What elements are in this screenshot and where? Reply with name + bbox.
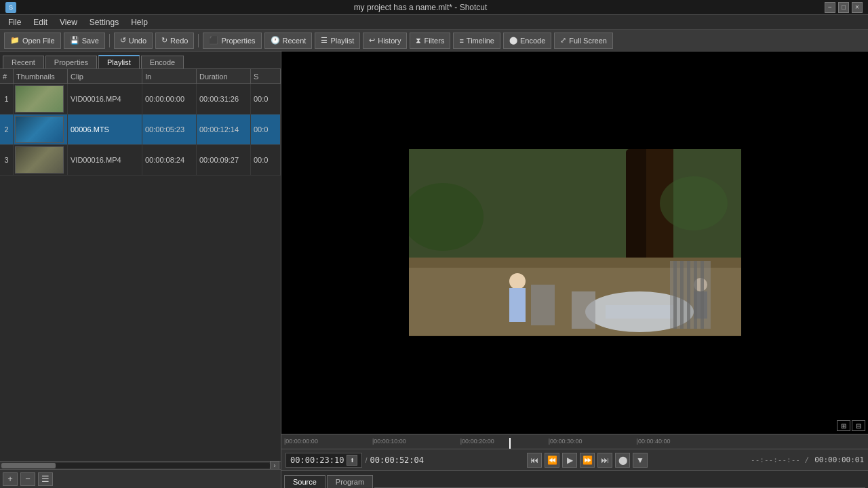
- row3-dur: 00:00:09:27: [197, 145, 251, 175]
- left-panel: Recent Properties Playlist Encode # Thum…: [0, 52, 281, 488]
- right-panel: ⊞ ⊟ |00:00:00:00 |00:00:10:00 |00:00:20:…: [281, 52, 868, 488]
- col-num: #: [0, 69, 14, 83]
- svg-rect-21: [701, 261, 704, 329]
- menu-file[interactable]: File: [3, 16, 26, 28]
- tab-playlist[interactable]: Playlist: [98, 55, 140, 68]
- row3-num: 3: [0, 145, 14, 175]
- transport-bar: 00:00:23:10 ⬆ / 00:00:52:04 ⏮ ⏪ ▶ ⏩ ⏭ ⬤ …: [281, 449, 868, 470]
- row1-in: 00:00:00:00: [142, 84, 197, 114]
- go-to-end-button[interactable]: ⏭: [597, 453, 612, 468]
- tab-recent[interactable]: Recent: [3, 56, 44, 68]
- video-settings-button[interactable]: ⊟: [852, 420, 865, 431]
- video-preview: [409, 149, 741, 336]
- row2-dur: 00:00:12:14: [197, 115, 251, 144]
- save-icon: 💾: [70, 36, 79, 45]
- next-frame-button[interactable]: ⏩: [580, 453, 595, 468]
- video-container: ⊞ ⊟: [281, 52, 868, 434]
- ruler-marks: |00:00:00:00 |00:00:10:00 |00:00:20:00 |…: [284, 438, 865, 446]
- tab-program[interactable]: Program: [327, 475, 373, 488]
- filter-icon: ⧗: [416, 36, 421, 45]
- filters-button[interactable]: ⧗ Filters: [410, 33, 450, 49]
- row3-clip: VID00016.MP4: [68, 145, 142, 175]
- prev-frame-button[interactable]: ⏪: [545, 453, 559, 468]
- row2-thumb: [14, 115, 68, 144]
- row2-clip: 00006.MTS: [68, 115, 142, 144]
- preview-area: ⊞ ⊟ |00:00:00:00 |00:00:10:00 |00:00:20:…: [281, 52, 868, 488]
- transport-menu-button[interactable]: ▼: [633, 453, 648, 468]
- playlist-scroll-track[interactable]: [1, 463, 270, 468]
- tab-properties[interactable]: Properties: [45, 56, 97, 68]
- fullscreen-button[interactable]: ⤢ Full Screen: [554, 33, 613, 49]
- close-button[interactable]: ×: [852, 2, 863, 13]
- app-icon: S: [5, 2, 16, 13]
- row1-clip: VID00016.MP4: [68, 84, 142, 114]
- svg-rect-17: [673, 261, 677, 329]
- current-time-display[interactable]: 00:00:23:10 ⬆: [285, 453, 362, 468]
- svg-point-10: [509, 273, 526, 289]
- ruler-mark-4: |00:00:40:00: [637, 438, 671, 445]
- history-icon: ↩: [369, 36, 375, 45]
- properties-icon: ⬛: [209, 36, 218, 45]
- out-point-display: 00:00:00:01: [814, 455, 864, 464]
- col-clip: Clip: [68, 69, 142, 83]
- playlist-row-3[interactable]: 3 VID00016.MP4 00:00:08:24 00:00:09:27 0…: [0, 145, 281, 176]
- fullscreen-icon: ⤢: [560, 36, 566, 45]
- redo-button[interactable]: ↻ Redo: [155, 33, 194, 49]
- preview-timeline-ruler[interactable]: |00:00:00:00 |00:00:10:00 |00:00:20:00 |…: [281, 434, 868, 449]
- playlist-row-1[interactable]: 1 VID00016.MP4 00:00:00:00 00:00:31:26 0…: [0, 84, 281, 115]
- encode-icon: ⬤: [509, 36, 517, 45]
- row1-s: 00:0: [251, 84, 281, 114]
- svg-rect-9: [572, 291, 595, 329]
- history-button[interactable]: ↩ History: [363, 33, 407, 49]
- ruler-mark-3: |00:00:30:00: [549, 438, 583, 445]
- save-button[interactable]: 💾 Save: [64, 33, 105, 49]
- undo-button[interactable]: ↺ Undo: [114, 33, 153, 49]
- menu-settings[interactable]: Settings: [84, 16, 124, 28]
- playlist-menu-button[interactable]: ☰: [38, 472, 53, 486]
- go-to-start-button[interactable]: ⏮: [527, 453, 542, 468]
- row2-s: 00:0: [251, 115, 281, 144]
- playlist-scroll-thumb[interactable]: [1, 463, 56, 468]
- current-time: 00:00:23:10: [290, 455, 344, 465]
- tab-encode[interactable]: Encode: [141, 56, 184, 68]
- menu-help[interactable]: Help: [125, 16, 153, 28]
- svg-rect-18: [680, 261, 684, 329]
- source-program-tabs: Source Program: [281, 470, 868, 488]
- playlist-scrollbar[interactable]: ›: [0, 461, 281, 469]
- open-file-button[interactable]: 📁 Open File: [4, 33, 61, 49]
- playlist-tabs: Recent Properties Playlist Encode: [0, 52, 281, 69]
- window-title: my project has a name.mlt* - Shotcut: [16, 3, 825, 12]
- timeline-button[interactable]: ≡ Timeline: [453, 33, 500, 49]
- row1-dur: 00:00:31:26: [197, 84, 251, 114]
- menu-view[interactable]: View: [54, 16, 83, 28]
- svg-rect-8: [531, 285, 555, 325]
- total-time: 00:00:52:04: [370, 455, 424, 465]
- time-spinner[interactable]: ⬆: [347, 455, 357, 466]
- time-separator: /: [365, 456, 367, 464]
- restore-button[interactable]: □: [838, 2, 849, 13]
- playlist-rows: 1 VID00016.MP4 00:00:00:00 00:00:31:26 0…: [0, 84, 281, 461]
- clock-icon: 🕐: [271, 36, 280, 45]
- menubar: File Edit View Settings Help: [0, 15, 868, 30]
- timeline-icon: ≡: [459, 37, 463, 45]
- minimize-button[interactable]: −: [825, 2, 835, 13]
- video-zoom-button[interactable]: ⊞: [837, 420, 850, 431]
- remove-from-playlist-button[interactable]: −: [20, 472, 35, 486]
- menu-edit[interactable]: Edit: [28, 16, 53, 28]
- encode-button[interactable]: ⬤ Encode: [503, 33, 551, 49]
- play-button[interactable]: ▶: [562, 453, 577, 468]
- svg-rect-19: [687, 261, 690, 329]
- thumbnail-1: [15, 85, 64, 113]
- add-to-playlist-button[interactable]: +: [3, 472, 18, 486]
- record-button[interactable]: ⬤: [615, 453, 630, 468]
- row3-s: 00:0: [251, 145, 281, 175]
- col-thumbnails: Thumbnails: [14, 69, 68, 83]
- playlist-button[interactable]: ☰ Playlist: [315, 33, 360, 49]
- row3-in: 00:00:08:24: [142, 145, 197, 175]
- row1-thumb: [14, 84, 68, 114]
- recent-button[interactable]: 🕐 Recent: [264, 33, 313, 49]
- properties-button[interactable]: ⬛ Properties: [203, 33, 261, 49]
- undo-icon: ↺: [120, 36, 126, 45]
- tab-source[interactable]: Source: [284, 475, 326, 488]
- playlist-row-2[interactable]: 2 00006.MTS 00:00:05:23 00:00:12:14 00:0: [0, 115, 281, 145]
